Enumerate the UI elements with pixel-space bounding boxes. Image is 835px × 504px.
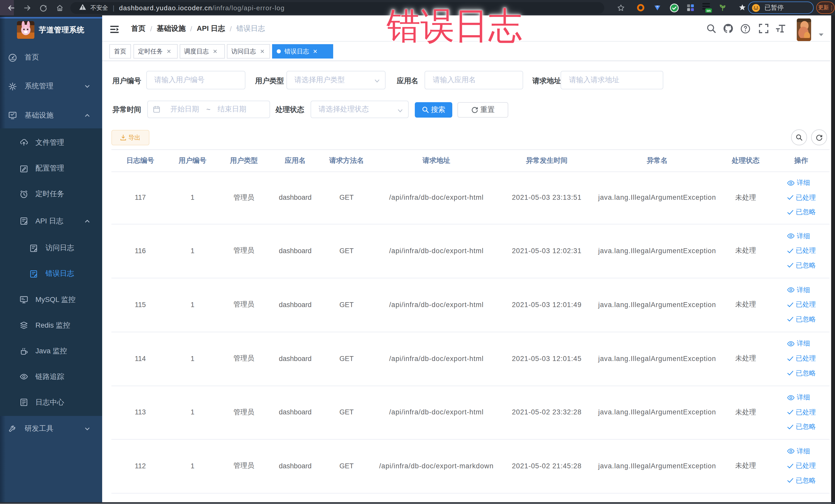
svg-text:on: on	[707, 9, 711, 13]
